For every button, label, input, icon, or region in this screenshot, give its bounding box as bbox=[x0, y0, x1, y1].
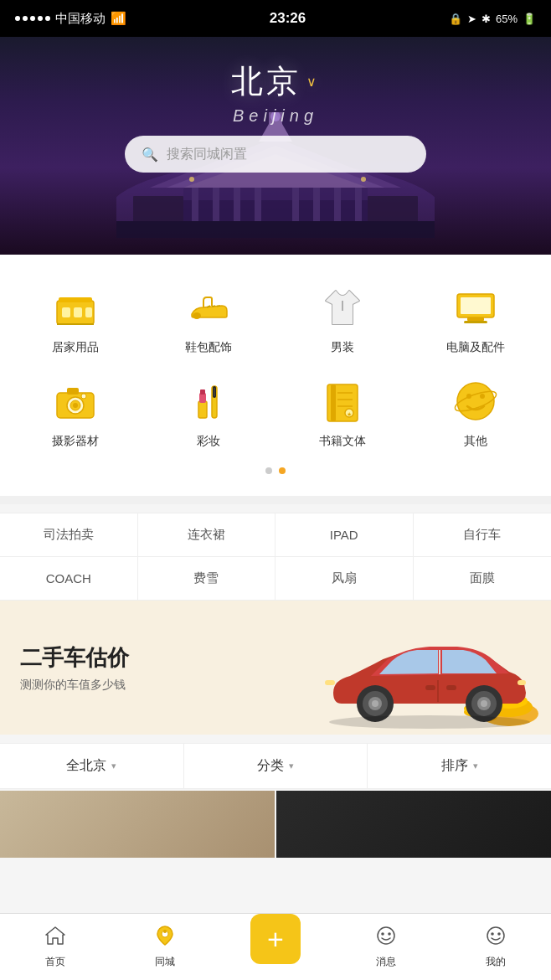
nav-home[interactable]: 首页 bbox=[0, 918, 111, 976]
battery-label: 65% bbox=[496, 13, 518, 25]
svg-rect-38 bbox=[67, 388, 79, 395]
svg-rect-24 bbox=[74, 307, 82, 317]
city-chevron[interactable]: ∨ bbox=[306, 74, 320, 90]
svg-point-88 bbox=[163, 930, 167, 933]
svg-rect-85 bbox=[518, 680, 526, 685]
svg-rect-19 bbox=[116, 221, 435, 238]
status-right: 🔒 ➤ ✱ 65% 🔋 bbox=[449, 13, 536, 25]
add-button[interactable]: + bbox=[250, 914, 301, 964]
category-item-shoes[interactable]: 鞋包配饰 bbox=[142, 271, 276, 365]
filter-location[interactable]: 全北京 ▾ bbox=[0, 744, 184, 788]
car-banner-text: 二手车估价 测测你的车值多少钱 bbox=[20, 643, 129, 693]
svg-point-58 bbox=[480, 394, 485, 399]
product-thumb-2[interactable] bbox=[276, 791, 551, 858]
car-valuation-banner[interactable]: 二手车估价 测测你的车值多少钱 $ bbox=[0, 601, 551, 735]
dot-1 bbox=[265, 467, 272, 474]
svg-rect-75 bbox=[446, 685, 456, 690]
nav-messages-label: 消息 bbox=[376, 955, 396, 969]
filter-sort-chevron: ▾ bbox=[473, 761, 478, 771]
nav-nearby[interactable]: 同城 bbox=[111, 918, 221, 976]
svg-point-84 bbox=[329, 715, 530, 729]
wifi-icon: 📶 bbox=[111, 11, 126, 26]
category-label-books: 书籍文体 bbox=[319, 434, 366, 449]
hot-tag-bike[interactable]: 自行车 bbox=[414, 513, 552, 557]
hot-tags-section: 司法拍卖 连衣裙 IPAD 自行车 COACH 费雪 风扇 面膜 bbox=[0, 513, 551, 601]
car-banner-title: 二手车估价 bbox=[20, 643, 129, 673]
hot-tag-fan[interactable]: 风扇 bbox=[276, 557, 414, 601]
category-label-other: 其他 bbox=[464, 434, 487, 449]
svg-rect-45 bbox=[200, 389, 205, 395]
svg-rect-43 bbox=[198, 401, 207, 418]
other-icon bbox=[450, 375, 502, 427]
filter-sort-label: 排序 bbox=[441, 757, 468, 775]
svg-rect-26 bbox=[59, 297, 92, 302]
svg-point-89 bbox=[378, 927, 394, 944]
nav-messages[interactable]: 消息 bbox=[331, 918, 441, 976]
category-item-computer[interactable]: 电脑及配件 bbox=[409, 271, 543, 365]
search-placeholder: 搜索同城闲置 bbox=[167, 146, 247, 163]
product-thumb-1[interactable] bbox=[0, 791, 275, 858]
car-banner-subtitle: 测测你的车值多少钱 bbox=[20, 678, 129, 693]
filter-category[interactable]: 分类 ▾ bbox=[184, 744, 368, 788]
category-item-camera[interactable]: 摄影器材 bbox=[8, 365, 142, 459]
home-nav-icon bbox=[44, 925, 66, 952]
hot-tag-ipad[interactable]: IPAD bbox=[276, 513, 414, 557]
lock-icon: 🔒 bbox=[449, 13, 462, 25]
category-label-camera: 摄影器材 bbox=[52, 434, 99, 449]
hot-tag-judicial[interactable]: 司法拍卖 bbox=[0, 513, 138, 557]
category-item-books[interactable]: ★ 书籍文体 bbox=[276, 365, 409, 459]
makeup-icon bbox=[183, 375, 234, 427]
svg-point-42 bbox=[81, 394, 86, 399]
svg-point-79 bbox=[372, 700, 378, 707]
nav-home-label: 首页 bbox=[45, 955, 65, 969]
messages-nav-icon bbox=[375, 925, 397, 952]
time-display: 23:26 bbox=[270, 10, 306, 27]
filter-location-label: 全北京 bbox=[66, 757, 106, 775]
nav-add[interactable]: + bbox=[220, 907, 331, 979]
category-item-other[interactable]: 其他 bbox=[409, 365, 543, 459]
search-icon: 🔍 bbox=[142, 147, 158, 162]
hot-tag-mask[interactable]: 面膜 bbox=[414, 557, 552, 601]
hot-tag-feixue[interactable]: 费雪 bbox=[138, 557, 276, 601]
hot-tag-dress[interactable]: 连衣裙 bbox=[138, 513, 276, 557]
svg-point-20 bbox=[189, 177, 194, 182]
svg-rect-25 bbox=[85, 307, 92, 317]
category-item-home[interactable]: 居家用品 bbox=[8, 271, 142, 365]
pagination-dots bbox=[0, 459, 551, 487]
svg-rect-35 bbox=[467, 317, 484, 321]
category-label-menswear: 男装 bbox=[331, 340, 354, 355]
svg-line-30 bbox=[212, 306, 215, 307]
category-label-shoes: 鞋包配饰 bbox=[185, 340, 232, 355]
svg-point-93 bbox=[491, 932, 494, 936]
carrier-label: 中国移动 bbox=[55, 11, 106, 27]
category-item-menswear[interactable]: 男装 bbox=[276, 271, 409, 365]
menswear-icon bbox=[317, 281, 368, 333]
city-title-en: Beijing bbox=[233, 106, 318, 126]
bluetooth-icon: ✱ bbox=[481, 13, 491, 25]
filter-sort[interactable]: 排序 ▾ bbox=[368, 744, 551, 788]
filter-location-chevron: ▾ bbox=[111, 761, 116, 771]
search-bar[interactable]: 🔍 搜索同城闲置 bbox=[125, 136, 426, 173]
city-title: 北京 ∨ bbox=[231, 60, 320, 103]
category-item-makeup[interactable]: 彩妆 bbox=[142, 365, 276, 459]
nav-nearby-label: 同城 bbox=[155, 955, 175, 969]
hot-tags-grid: 司法拍卖 连衣裙 IPAD 自行车 COACH 费雪 风扇 面膜 bbox=[0, 513, 551, 601]
nav-mine[interactable]: 我的 bbox=[440, 918, 551, 976]
filter-category-label: 分类 bbox=[257, 757, 284, 775]
svg-text:★: ★ bbox=[347, 411, 352, 417]
hot-tag-coach[interactable]: COACH bbox=[0, 557, 138, 601]
svg-point-41 bbox=[73, 403, 78, 408]
category-label-home: 居家用品 bbox=[52, 340, 99, 355]
svg-point-91 bbox=[388, 932, 391, 936]
category-grid: 居家用品 鞋包配饰 bbox=[0, 271, 551, 459]
nearby-nav-icon bbox=[154, 925, 176, 952]
svg-rect-86 bbox=[325, 680, 335, 685]
nav-mine-label: 我的 bbox=[486, 955, 506, 969]
svg-point-90 bbox=[381, 932, 384, 936]
filter-bar: 全北京 ▾ 分类 ▾ 排序 ▾ bbox=[0, 743, 551, 789]
category-section: 居家用品 鞋包配饰 bbox=[0, 255, 551, 496]
shoes-icon bbox=[183, 281, 234, 333]
hero-banner: 北京 ∨ Beijing 🔍 搜索同城闲置 bbox=[0, 37, 551, 255]
svg-rect-50 bbox=[331, 384, 336, 421]
home-goods-icon bbox=[49, 281, 101, 333]
